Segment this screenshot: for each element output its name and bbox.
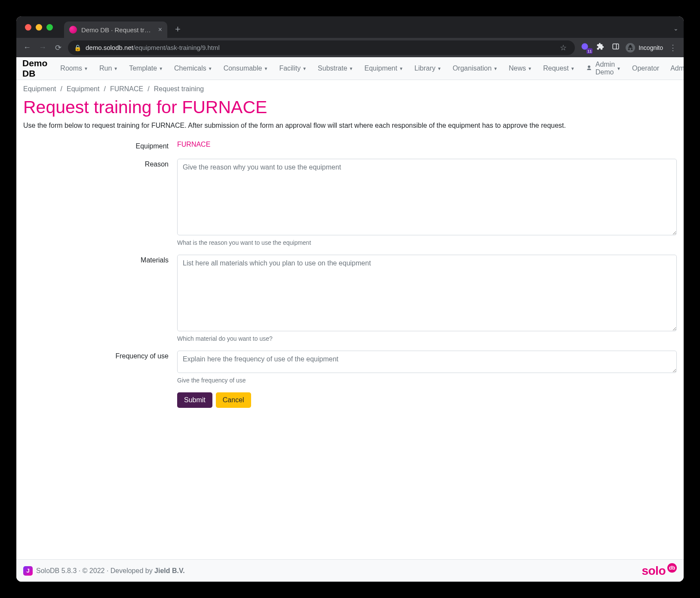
nav-run[interactable]: Run▼ <box>95 62 122 75</box>
extensions-puzzle-icon[interactable] <box>595 43 606 52</box>
nav-request[interactable]: Request▼ <box>539 62 579 75</box>
kebab-menu-icon[interactable]: ⋮ <box>667 43 679 52</box>
frequency-help: Give the frequency of use <box>177 377 677 384</box>
nav-rooms[interactable]: Rooms▼ <box>56 62 92 75</box>
maximize-window-button[interactable] <box>46 24 53 31</box>
browser-tab-bar: Demo DB · Request training fo × + ⌄ <box>16 16 684 38</box>
panel-icon[interactable] <box>610 43 621 52</box>
nav-news[interactable]: News▼ <box>504 62 536 75</box>
lock-icon: 🔒 <box>74 44 81 51</box>
browser-toolbar: ← → ⟳ 🔒 demo.solodb.net/equipment/ask-tr… <box>16 38 684 57</box>
breadcrumb-sep: / <box>104 85 105 93</box>
back-button[interactable]: ← <box>21 43 33 52</box>
extension-icon[interactable]: 11 <box>579 42 590 53</box>
tab-overflow-icon[interactable]: ⌄ <box>673 25 679 32</box>
solo-logo-text: solo <box>642 564 666 578</box>
nav-chemicals[interactable]: Chemicals▼ <box>170 62 217 75</box>
nav-admin[interactable]: Admin <box>666 62 684 75</box>
submit-button[interactable]: Submit <box>177 392 212 408</box>
breadcrumb-sep: / <box>61 85 62 93</box>
materials-textarea[interactable] <box>177 255 677 331</box>
breadcrumb-equipment-root[interactable]: Equipment <box>23 85 56 93</box>
reason-textarea[interactable] <box>177 159 677 235</box>
browser-tab[interactable]: Demo DB · Request training fo × <box>64 22 167 38</box>
nav-substrate[interactable]: Substrate▼ <box>313 62 357 75</box>
breadcrumb-equipment[interactable]: Equipment <box>67 85 100 93</box>
bookmark-star-icon[interactable]: ☆ <box>558 43 569 52</box>
app-footer: J SoloDB 5.8.3 · © 2022 · Developed by J… <box>16 559 684 582</box>
cancel-button[interactable]: Cancel <box>216 392 251 408</box>
url-text: demo.solodb.net/equipment/ask-training/9… <box>86 44 220 51</box>
footer-logo-icon: J <box>23 566 33 576</box>
footer-brand: solo db <box>642 564 677 578</box>
user-icon <box>586 65 592 72</box>
breadcrumb-furnace[interactable]: FURNACE <box>110 85 143 93</box>
nav-operator[interactable]: Operator <box>628 62 663 75</box>
window-controls <box>21 24 61 31</box>
frequency-textarea[interactable] <box>177 351 677 373</box>
url-path: /equipment/ask-training/9.html <box>133 44 220 51</box>
breadcrumb: Equipment / Equipment / FURNACE / Reques… <box>23 85 677 93</box>
incognito-label: Incognito <box>639 44 663 51</box>
nav-template[interactable]: Template▼ <box>125 62 167 75</box>
forward-button: → <box>37 43 48 52</box>
incognito-indicator[interactable]: Incognito <box>626 43 663 52</box>
brand[interactable]: Demo DB <box>22 58 47 79</box>
footer-text: SoloDB 5.8.3 · © 2022 · Developed by Jie… <box>36 567 185 575</box>
page-content: Equipment / Equipment / FURNACE / Reques… <box>16 80 684 559</box>
minimize-window-button[interactable] <box>36 24 42 31</box>
label-reason: Reason <box>23 159 177 246</box>
svg-rect-1 <box>613 44 619 49</box>
label-frequency: Frequency of use <box>23 351 177 384</box>
nav-consumable[interactable]: Consumable▼ <box>219 62 273 75</box>
breadcrumb-sep: / <box>147 85 149 93</box>
app-navbar: Demo DB Rooms▼ Run▼ Template▼ Chemicals▼… <box>16 57 684 80</box>
breadcrumb-current: Request training <box>154 85 204 93</box>
nav-library[interactable]: Library▼ <box>410 62 446 75</box>
address-bar[interactable]: 🔒 demo.solodb.net/equipment/ask-training… <box>68 40 575 55</box>
reload-button[interactable]: ⟳ <box>52 43 64 52</box>
footer-link[interactable]: Jield B.V. <box>154 567 185 574</box>
page-lead: Use the form below to request training f… <box>23 122 677 129</box>
close-tab-icon[interactable]: × <box>158 26 162 34</box>
nav-equipment[interactable]: Equipment▼ <box>360 62 407 75</box>
label-materials: Materials <box>23 255 177 342</box>
tab-title: Demo DB · Request training fo <box>81 26 154 34</box>
nav-facility[interactable]: Facility▼ <box>275 62 311 75</box>
reason-help: What is the reason you want to use the e… <box>177 239 677 246</box>
url-host: demo.solodb.net <box>86 44 133 51</box>
close-window-button[interactable] <box>25 24 31 31</box>
page-title: Request training for FURNACE <box>23 97 677 117</box>
incognito-icon <box>626 43 635 52</box>
new-tab-button[interactable]: + <box>175 24 181 35</box>
tab-favicon-icon <box>69 26 77 34</box>
nav-user-menu[interactable]: Admin Demo▼ <box>582 58 625 79</box>
materials-help: Which material do you want to use? <box>177 335 677 342</box>
extension-badge: 11 <box>586 48 593 54</box>
equipment-link[interactable]: FURNACE <box>177 141 210 148</box>
label-equipment: Equipment <box>23 141 177 150</box>
nav-organisation[interactable]: Organisation▼ <box>448 62 502 75</box>
solo-logo-badge: db <box>667 563 677 573</box>
